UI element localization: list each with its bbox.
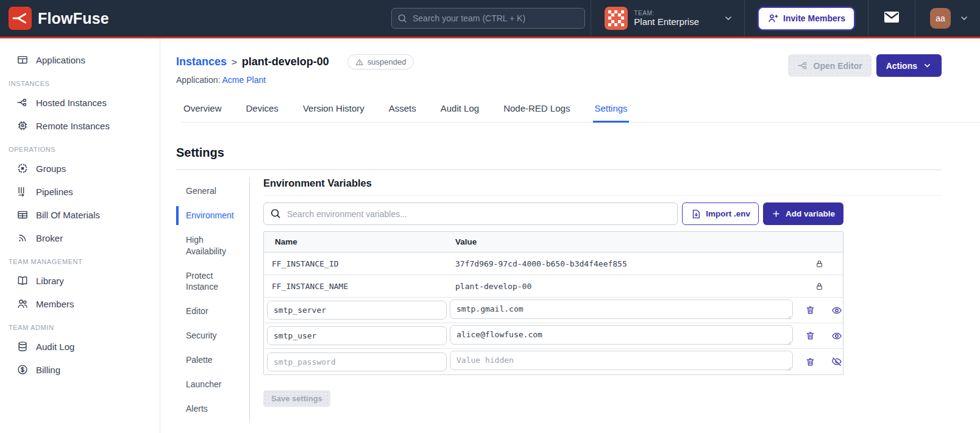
team-name: Plant Enterprise	[634, 16, 699, 27]
var-name-input[interactable]	[267, 301, 447, 320]
sidebar-item-label: Billing	[36, 365, 60, 375]
sidebar-item-label: Applications	[36, 55, 85, 65]
groups-icon	[16, 162, 29, 174]
sidebar-item-label: Broker	[36, 233, 63, 243]
settings-nav-general[interactable]: General	[176, 180, 249, 202]
settings-nav-alerts[interactable]: Alerts	[176, 398, 249, 420]
var-name-input[interactable]	[267, 326, 447, 345]
sidebar-item-label: Members	[36, 299, 74, 309]
team-chevron-down-icon[interactable]	[708, 13, 744, 23]
user-menu-chevron-down-icon[interactable]	[959, 13, 969, 23]
lock-icon	[815, 259, 824, 268]
column-header-value: Value	[455, 237, 806, 246]
user-plus-icon	[767, 13, 778, 24]
var-value-input[interactable]	[450, 351, 793, 370]
toggle-visibility-button[interactable]	[831, 356, 842, 367]
sidebar-item-groups[interactable]: Groups	[0, 157, 160, 180]
flowfuse-logo[interactable]: FlowFuse	[9, 7, 109, 30]
env-search-input[interactable]	[263, 202, 678, 225]
team-search-input[interactable]	[391, 8, 585, 29]
top-navbar: FlowFuse TEAM: Plant Enterprise	[0, 0, 980, 37]
settings-nav-palette[interactable]: Palette	[176, 349, 249, 371]
settings-nav-protect-instance[interactable]: Protect Instance	[176, 265, 249, 299]
save-settings-button[interactable]: Save settings	[263, 390, 330, 407]
var-value-input[interactable]: alice@flowfuse.com	[450, 325, 793, 345]
breadcrumb-separator: >	[232, 57, 237, 67]
import-env-button[interactable]: Import .env	[682, 202, 759, 225]
instance-tabs: Overview Devices Version History Assets …	[182, 99, 980, 123]
sidebar-item-remote-instances[interactable]: Remote Instances	[0, 114, 160, 137]
tab-overview[interactable]: Overview	[182, 99, 223, 122]
var-value: 37f7d969-97cd-4000-b650-b3d4f4eef855	[455, 259, 806, 268]
sidebar-item-audit-log[interactable]: Audit Log	[0, 335, 160, 358]
var-value: plant-develop-00	[455, 282, 806, 291]
sidebar-item-library[interactable]: Library	[0, 269, 160, 292]
sidebar-item-label: Audit Log	[36, 342, 74, 352]
table-row	[264, 349, 843, 374]
sidebar-item-label: Bill Of Materials	[36, 210, 100, 220]
delete-variable-button[interactable]	[805, 331, 815, 341]
user-avatar[interactable]: aa	[930, 8, 951, 29]
audit-log-icon	[16, 340, 29, 352]
sidebar-item-members[interactable]: Members	[0, 292, 160, 315]
breadcrumb-instances-link[interactable]: Instances	[176, 55, 227, 68]
invite-members-button[interactable]: Invite Members	[758, 7, 854, 30]
team-selector[interactable]: TEAM: Plant Enterprise	[591, 7, 708, 30]
actions-button[interactable]: Actions	[876, 54, 942, 77]
search-icon	[269, 207, 282, 220]
team-label: TEAM:	[634, 10, 699, 17]
applications-icon	[16, 54, 29, 66]
open-editor-button[interactable]: Open Editor	[788, 54, 872, 77]
table-row: FF_INSTANCE_NAME plant-develop-00	[264, 275, 843, 298]
sidebar-item-pipelines[interactable]: Pipelines	[0, 180, 160, 203]
tab-audit-log[interactable]: Audit Log	[439, 99, 480, 122]
open-editor-icon	[797, 60, 809, 71]
bill-of-materials-icon	[16, 209, 29, 221]
table-row: FF_INSTANCE_ID 37f7d969-97cd-4000-b650-b…	[264, 252, 843, 275]
sidebar-item-hosted-instances[interactable]: Hosted Instances	[0, 91, 160, 114]
tab-version-history[interactable]: Version History	[302, 99, 366, 122]
settings-nav-security[interactable]: Security	[176, 324, 249, 347]
status-badge-label: suspended	[367, 57, 407, 66]
document-import-icon	[691, 209, 701, 220]
settings-subnav: General Environment High Availability Pr…	[176, 177, 250, 422]
var-value-input[interactable]: smtp.gmail.com	[450, 299, 793, 319]
sidebar-item-label: Library	[36, 276, 64, 286]
sidebar-item-applications[interactable]: Applications	[0, 48, 160, 71]
library-icon	[16, 274, 29, 287]
tab-settings[interactable]: Settings	[593, 99, 628, 123]
settings-nav-environment[interactable]: Environment	[176, 204, 249, 227]
settings-nav-high-availability[interactable]: High Availability	[176, 229, 249, 263]
main-content: Instances > plant-develop-00 suspended A…	[160, 38, 980, 433]
toggle-visibility-button[interactable]	[831, 331, 842, 342]
plus-icon	[772, 209, 781, 218]
var-name-input[interactable]	[267, 352, 447, 371]
sidebar-item-label: Remote Instances	[36, 121, 110, 131]
lock-icon	[815, 282, 824, 291]
sidebar-item-billing[interactable]: Billing	[0, 358, 160, 381]
import-env-label: Import .env	[706, 209, 750, 218]
brand-name: FlowFuse	[38, 10, 109, 27]
sidebar-item-broker[interactable]: Broker	[0, 226, 160, 249]
table-row: smtp.gmail.com	[264, 298, 843, 323]
delete-variable-button[interactable]	[805, 305, 815, 315]
tab-assets[interactable]: Assets	[388, 99, 417, 122]
settings-nav-editor[interactable]: Editor	[176, 300, 249, 323]
eye-off-icon	[831, 356, 842, 367]
add-variable-button[interactable]: Add variable	[763, 202, 843, 225]
delete-variable-button[interactable]	[805, 357, 815, 367]
search-icon	[397, 13, 408, 24]
application-link[interactable]: Acme Plant	[222, 75, 266, 85]
var-name: FF_INSTANCE_NAME	[264, 282, 455, 291]
sidebar-section-operations: OPERATIONS	[0, 137, 160, 157]
settings-nav-launcher[interactable]: Launcher	[176, 373, 249, 396]
members-icon	[16, 298, 29, 310]
breadcrumb-current: plant-develop-00	[242, 55, 329, 68]
notifications-mail-icon[interactable]	[868, 10, 915, 26]
toggle-visibility-button[interactable]	[831, 305, 842, 316]
tab-devices[interactable]: Devices	[245, 99, 280, 122]
tab-node-red-logs[interactable]: Node-RED Logs	[502, 99, 571, 122]
sidebar-item-bill-of-materials[interactable]: Bill Of Materials	[0, 203, 160, 226]
eye-icon	[831, 331, 842, 342]
open-editor-label: Open Editor	[814, 61, 862, 71]
